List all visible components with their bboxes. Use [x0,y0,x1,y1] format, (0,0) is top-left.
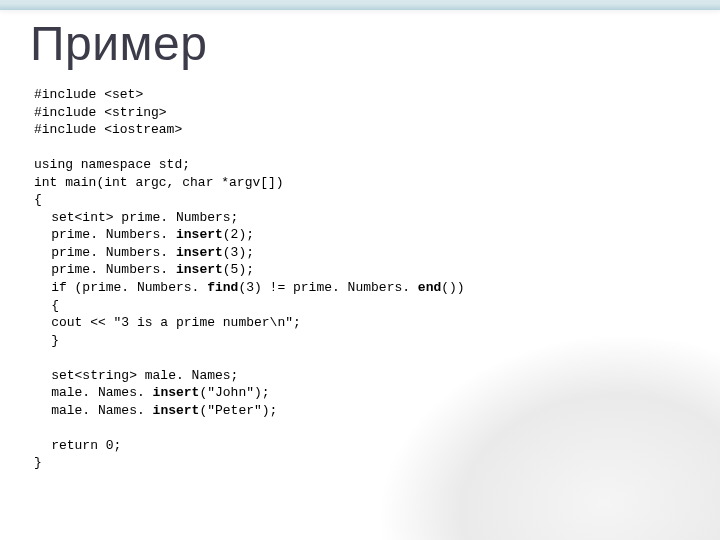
code-line: (5); [223,262,254,277]
code-line: set<int> prime. Numbers; [51,210,238,225]
code-line: (3) != prime. Numbers. [238,280,417,295]
code-line: (2); [223,227,254,242]
code-line: prime. Numbers. [51,262,176,277]
code-line: { [34,192,42,207]
code-line: } [34,455,42,470]
code-line: #include <iostream> [34,122,182,137]
code-line: prime. Numbers. [51,227,176,242]
code-line: if (prime. Numbers. [51,280,207,295]
code-keyword: find [207,280,238,295]
code-line: ("Peter"); [199,403,277,418]
code-line: cout << "3 is a prime number\n"; [51,315,301,330]
code-keyword: end [418,280,441,295]
code-line: male. Names. [51,403,152,418]
code-line: { [51,298,59,313]
code-line: } [51,333,59,348]
code-line: male. Names. [51,385,152,400]
code-keyword: insert [176,262,223,277]
code-line: int main(int argc, char *argv[]) [34,175,284,190]
code-keyword: insert [153,403,200,418]
code-line: ()) [441,280,464,295]
code-block: #include <set> #include <string> #includ… [34,86,674,472]
code-line: #include <string> [34,105,167,120]
code-line: return 0; [51,438,121,453]
code-keyword: insert [176,227,223,242]
code-keyword: insert [176,245,223,260]
slide: Пример #include <set> #include <string> … [0,0,720,540]
code-line: set<string> male. Names; [51,368,238,383]
code-line: using namespace std; [34,157,190,172]
code-line: prime. Numbers. [51,245,176,260]
page-title: Пример [30,20,207,68]
code-line: (3); [223,245,254,260]
code-line: #include <set> [34,87,143,102]
code-line: ("John"); [199,385,269,400]
code-keyword: insert [153,385,200,400]
